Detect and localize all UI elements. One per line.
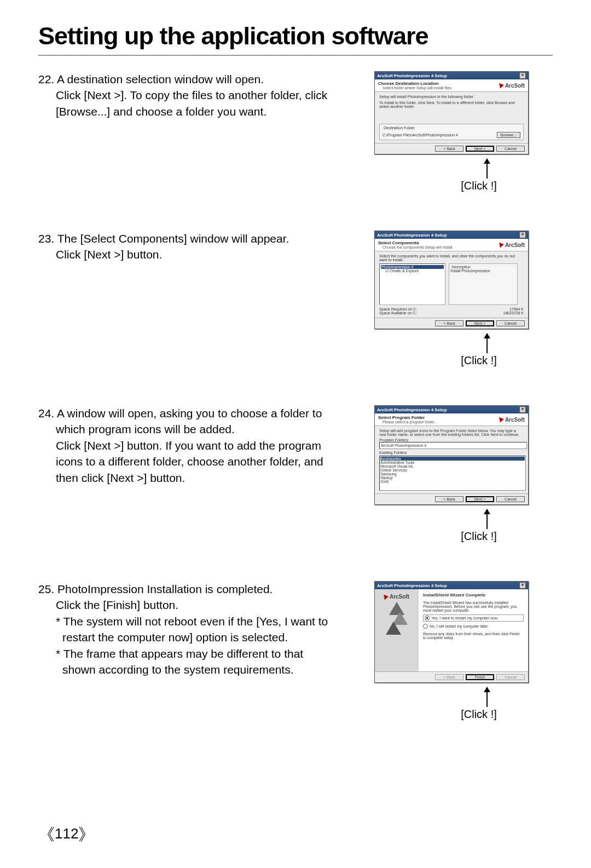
list-item[interactable]: Startup — [380, 476, 525, 480]
list-item[interactable]: SVM — [380, 480, 525, 484]
tree-item[interactable]: PhotoImpression 4 — [381, 265, 444, 269]
step-22: 22. A destination selection window will … — [38, 71, 553, 192]
dialog-title-text: ArcSoft PhotoImpression 4 Setup — [377, 233, 447, 238]
close-icon[interactable]: × — [519, 406, 526, 413]
space-value: 18623728 K — [503, 311, 524, 315]
step-text: 22. A destination selection window will … — [38, 71, 350, 119]
dialog-header: Choose Destination Location Select folde… — [375, 79, 528, 92]
step-number: 23. — [38, 232, 54, 245]
pf-label: Program Folders: — [379, 438, 524, 442]
cancel-button[interactable]: Cancel — [496, 146, 525, 152]
installer-dialog-components: ArcSoft PhotoImpression 4 Setup × Select… — [374, 231, 529, 329]
dialog-body: Setup will add program icons to the Prog… — [375, 426, 528, 493]
header-sub: Please select a program folder. — [383, 420, 436, 424]
step-text: 25. PhotoImpression Installation is comp… — [38, 581, 350, 677]
step-text: 23. The [Select Components] window will … — [38, 231, 350, 263]
back-button[interactable]: < Back — [435, 320, 463, 326]
browse-button[interactable]: Browse... — [497, 132, 520, 138]
click-label: [Click !] — [461, 708, 497, 721]
tree-item[interactable]: ☑ Create & Explore — [381, 269, 444, 273]
click-label: [Click !] — [461, 180, 497, 192]
finish-content: InstallShield Wizard Complete The Instal… — [419, 589, 528, 671]
brand-logo: ArcSoft — [384, 594, 409, 600]
installer-dialog-destination: ArcSoft PhotoImpression 4 Setup × Choose… — [374, 71, 529, 154]
header-text: Select Components — [378, 240, 454, 245]
body-text: Remove any disks from their drives, and … — [423, 632, 524, 640]
step-line: A window will open, asking you to choose… — [57, 407, 322, 419]
screenshot-column: ArcSoft PhotoImpression 4 Setup × Choose… — [350, 71, 553, 192]
list-item[interactable]: Accessories — [380, 457, 525, 461]
dialog-title-text: ArcSoft PhotoImpression 4 Setup — [377, 583, 447, 588]
dialog-buttons: < Back Next > Cancel — [375, 143, 528, 154]
program-folder-input[interactable]: ArcSoft PhotoImpression 4 — [379, 442, 527, 449]
dialog-titlebar: ArcSoft PhotoImpression 4 Setup × — [375, 582, 528, 589]
list-item[interactable]: Online Services — [380, 468, 525, 472]
brand-logo: ArcSoft — [500, 417, 525, 423]
screenshot-column: ArcSoft PhotoImpression 4 Setup × Select… — [350, 405, 553, 543]
close-icon[interactable]: × — [519, 72, 526, 79]
list-item[interactable]: Microsoft Visual InL — [380, 464, 525, 468]
ef-label: Existing Folders: — [379, 451, 524, 455]
step-line: icons to a different folder, choose anot… — [38, 453, 345, 469]
close-icon[interactable]: × — [519, 232, 526, 238]
finish-sidebar: ArcSoft — [375, 589, 419, 671]
page-title: Setting up the application software — [38, 22, 553, 56]
option-label: No, I will restart my computer later. — [430, 624, 489, 628]
close-icon[interactable]: × — [519, 582, 526, 589]
finish-button[interactable]: Finish — [466, 674, 494, 680]
step-line: A destination selection window will open… — [57, 73, 264, 85]
restart-no-option[interactable]: No, I will restart my computer later. — [423, 624, 524, 629]
dest-label: Destination Folder — [383, 126, 416, 130]
page-number: 《112》 — [38, 824, 95, 846]
destination-folder-box: Destination Folder C:\Program Files\ArcS… — [379, 124, 524, 140]
back-button[interactable]: < Back — [435, 496, 463, 502]
description-box: Description Install PhotoImpression — [449, 263, 518, 305]
restart-yes-option[interactable]: Yes, I want to restart my computer now. — [423, 614, 524, 622]
body-text: The InstallShield Wizard has successfull… — [423, 601, 524, 612]
body-text: Setup will add program icons to the Prog… — [379, 429, 524, 436]
step-note: restart the computer now] option is sele… — [38, 629, 345, 645]
space-value: 17984 K — [509, 307, 524, 311]
complete-header: InstallShield Wizard Complete — [423, 593, 524, 597]
brand-logo: ArcSoft — [500, 242, 525, 248]
cancel-button[interactable]: Cancel — [496, 496, 525, 502]
component-tree[interactable]: PhotoImpression 4 ☑ Create & Explore — [379, 263, 445, 305]
next-button[interactable]: Next > — [466, 146, 494, 152]
next-button[interactable]: Next > — [466, 496, 494, 502]
step-number: 22. — [38, 73, 54, 85]
step-24: 24. A window will open, asking you to ch… — [38, 405, 553, 543]
step-note: * The frame that appears may be differen… — [38, 646, 345, 662]
dialog-buttons: < Back Next > Cancel — [375, 493, 528, 504]
list-item[interactable]: Samsung — [380, 472, 525, 476]
step-note: shown according to the system requiremen… — [38, 662, 345, 677]
space-label: Space Available on C: — [379, 311, 416, 315]
existing-folders-list[interactable]: Accessories Administrative Tools Microso… — [379, 456, 526, 491]
step-line: Click [Next >] button. If you want to ad… — [38, 438, 345, 453]
body-text: Select the components you want to instal… — [379, 254, 524, 262]
back-button[interactable]: < Back — [435, 146, 463, 152]
screenshot-column: ArcSoft PhotoImpression 4 Setup × Select… — [350, 231, 553, 367]
step-line: Click [Next >] button. — [38, 246, 345, 262]
cancel-button[interactable]: Cancel — [496, 320, 525, 326]
header-text: Choose Destination Location — [378, 81, 453, 86]
step-23: 23. The [Select Components] window will … — [38, 231, 553, 367]
dialog-title-text: ArcSoft PhotoImpression 4 Setup — [377, 407, 447, 412]
radio-icon — [425, 616, 430, 620]
header-text: Select Program Folder — [378, 415, 436, 420]
installer-dialog-complete: ArcSoft PhotoImpression 4 Setup × ArcSof… — [374, 581, 529, 683]
header-sub: Select folder where Setup will install f… — [383, 86, 453, 90]
cancel-button: Cancel — [496, 674, 525, 680]
manual-page: Setting up the application software 22. … — [0, 0, 591, 868]
step-line: PhotoImpression Installation is complete… — [57, 583, 273, 595]
next-button[interactable]: Next > — [466, 320, 494, 326]
step-line: which program icons will be added. — [38, 421, 345, 437]
step-note: * The system will not reboot even if the… — [38, 613, 345, 629]
step-line: then click [Next >] button. — [38, 470, 345, 486]
step-25: 25. PhotoImpression Installation is comp… — [38, 581, 553, 721]
body-text: To install to this folder, click Next. T… — [379, 101, 524, 108]
finish-body: ArcSoft InstallShield Wizard Complete Th… — [375, 589, 528, 671]
dialog-titlebar: ArcSoft PhotoImpression 4 Setup × — [375, 406, 528, 413]
desc-label: Description — [450, 265, 472, 269]
list-item[interactable]: Administrative Tools — [380, 461, 525, 464]
dest-path: C:\Program Files\ArcSoft\PhotoImpression… — [383, 133, 458, 137]
